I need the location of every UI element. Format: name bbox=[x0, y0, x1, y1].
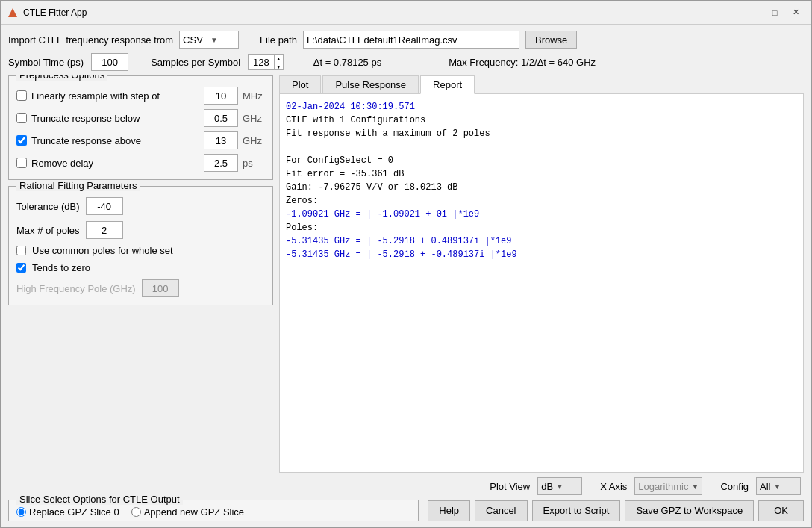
samples-spinner[interactable]: 128 ▲ ▼ bbox=[248, 54, 284, 70]
main-area: Preprocess Options Linearly resample wit… bbox=[8, 75, 804, 473]
report-line: Zeros: bbox=[286, 194, 797, 208]
config-dropdown[interactable]: All ▼ bbox=[756, 477, 801, 495]
close-button[interactable]: ✕ bbox=[786, 5, 805, 20]
rf-hf-pole-row: High Frequency Pole (GHz) 100 bbox=[16, 279, 265, 297]
rf-tolerance-input[interactable]: -40 bbox=[86, 197, 123, 215]
plot-view-value: dB bbox=[541, 481, 553, 492]
x-axis-arrow: ▼ bbox=[692, 482, 699, 491]
append-radio[interactable] bbox=[131, 507, 141, 517]
delta-t-label: Δt = 0.78125 ps bbox=[313, 57, 381, 68]
max-freq-label: Max Frequency: 1/2/Δt = 640 GHz bbox=[449, 57, 596, 68]
rf-hf-pole-label: High Frequency Pole (GHz) bbox=[16, 283, 136, 294]
replace-radio[interactable] bbox=[16, 507, 26, 517]
action-buttons: Help Cancel Export to Script Save GPZ to… bbox=[425, 500, 804, 521]
plot-view-row: Plot View dB ▼ X Axis Logarithmic ▼ Conf… bbox=[8, 477, 804, 495]
tab-report[interactable]: Report bbox=[420, 75, 475, 94]
csv-dropdown[interactable]: CSV ▼ bbox=[179, 31, 239, 49]
report-line: -5.31435 GHz = | -5.2918 + -0.489137i |*… bbox=[286, 248, 797, 261]
samples-arrows[interactable]: ▲ ▼ bbox=[274, 55, 283, 69]
ok-button[interactable]: OK bbox=[758, 500, 804, 521]
samples-down-arrow[interactable]: ▼ bbox=[275, 63, 283, 71]
pp-value-2[interactable]: 13 bbox=[204, 131, 238, 149]
pp-check-1[interactable] bbox=[16, 113, 27, 123]
window-title: CTLE Fitter App bbox=[23, 7, 744, 18]
pp-label-1: Truncate response below bbox=[31, 113, 199, 124]
report-line: -5.31435 GHz = | -5.2918 + 0.489137i |*1… bbox=[286, 235, 797, 248]
file-path-input[interactable]: L:\data\CTLEdefault1RealImag.csv bbox=[303, 31, 519, 49]
pp-label-2: Truncate response above bbox=[31, 135, 199, 146]
pp-row-3: Remove delay 2.5 ps bbox=[16, 154, 265, 172]
csv-dropdown-arrow: ▼ bbox=[210, 36, 235, 44]
samples-value: 128 bbox=[249, 57, 274, 68]
report-line: Fit error = -35.361 dB bbox=[286, 167, 797, 181]
pp-check-2[interactable] bbox=[16, 135, 27, 146]
rf-tends-zero-row: Tends to zero bbox=[16, 262, 265, 273]
pp-label-3: Remove delay bbox=[31, 158, 199, 169]
rf-tolerance-label: Tolerance (dB) bbox=[16, 201, 80, 212]
rational-content: Tolerance (dB) -40 Max # of poles 2 Use … bbox=[16, 197, 265, 297]
config-label: Config bbox=[720, 481, 749, 492]
report-line: Poles: bbox=[286, 221, 797, 235]
pp-row-0: Linearly resample with step of 10 MHz bbox=[16, 87, 265, 105]
pp-value-1[interactable]: 0.5 bbox=[204, 109, 238, 127]
top-row: Import CTLE frequency response from CSV … bbox=[8, 31, 804, 49]
replace-radio-row: Replace GPZ Slice 0 bbox=[16, 506, 119, 518]
plot-view-arrow: ▼ bbox=[556, 482, 563, 491]
rf-common-poles-label: Use common poles for whole set bbox=[32, 245, 173, 256]
report-line: Gain: -7.96275 V/V or 18.0213 dB bbox=[286, 181, 797, 194]
pp-value-3[interactable]: 2.5 bbox=[204, 154, 238, 172]
plot-view-dropdown[interactable]: dB ▼ bbox=[537, 477, 582, 495]
report-line bbox=[286, 140, 797, 154]
save-button[interactable]: Save GPZ to Workspace bbox=[625, 500, 754, 521]
config-value: All bbox=[760, 481, 770, 492]
pp-value-0[interactable]: 10 bbox=[204, 87, 238, 105]
samples-label: Samples per Symbol bbox=[151, 57, 240, 68]
help-button[interactable]: Help bbox=[428, 500, 470, 521]
slice-group: Slice Select Options for CTLE Output Rep… bbox=[8, 500, 419, 521]
tab-pulse-response[interactable]: Pulse Response bbox=[322, 75, 419, 93]
plot-view-label: Plot View bbox=[490, 481, 530, 492]
csv-value: CSV bbox=[183, 34, 207, 46]
export-button[interactable]: Export to Script bbox=[532, 500, 621, 521]
pp-row-2: Truncate response above 13 GHz bbox=[16, 131, 265, 149]
minimize-button[interactable]: − bbox=[744, 5, 763, 20]
x-axis-dropdown[interactable]: Logarithmic ▼ bbox=[634, 477, 702, 495]
svg-marker-0 bbox=[8, 8, 17, 17]
tabs: Plot Pulse Response Report bbox=[279, 75, 804, 94]
pp-row-1: Truncate response below 0.5 GHz bbox=[16, 109, 265, 127]
cancel-button[interactable]: Cancel bbox=[475, 500, 527, 521]
append-label: Append new GPZ Slice bbox=[144, 506, 244, 518]
titlebar: CTLE Fitter App − □ ✕ bbox=[1, 1, 811, 25]
preprocess-content: Linearly resample with step of 10 MHz Tr… bbox=[16, 87, 265, 172]
symbol-time-label: Symbol Time (ps) bbox=[8, 57, 84, 68]
pp-check-0[interactable] bbox=[16, 90, 27, 101]
left-panel: Preprocess Options Linearly resample wit… bbox=[8, 75, 273, 473]
pp-check-3[interactable] bbox=[16, 158, 27, 168]
slice-and-buttons: Slice Select Options for CTLE Output Rep… bbox=[8, 500, 804, 521]
window-controls: − □ ✕ bbox=[744, 5, 805, 20]
pp-label-0: Linearly resample with step of bbox=[31, 90, 199, 102]
rf-max-poles-row: Max # of poles 2 bbox=[16, 221, 265, 239]
import-label: Import CTLE frequency response from bbox=[8, 34, 173, 46]
browse-button[interactable]: Browse bbox=[525, 31, 577, 49]
preprocess-group: Preprocess Options Linearly resample wit… bbox=[8, 75, 273, 180]
bottom-area: Plot View dB ▼ X Axis Logarithmic ▼ Conf… bbox=[8, 477, 804, 521]
rf-tends-zero-check[interactable] bbox=[16, 263, 26, 273]
rf-tends-zero-label: Tends to zero bbox=[32, 262, 90, 273]
pp-unit-0: MHz bbox=[243, 90, 265, 102]
slice-title: Slice Select Options for CTLE Output bbox=[16, 494, 183, 505]
symbol-time-input[interactable]: 100 bbox=[91, 53, 128, 71]
app-icon bbox=[7, 7, 19, 19]
tab-plot[interactable]: Plot bbox=[279, 75, 321, 93]
samples-up-arrow[interactable]: ▲ bbox=[275, 55, 283, 63]
rf-common-poles-check[interactable] bbox=[16, 246, 26, 255]
append-radio-row: Append new GPZ Slice bbox=[131, 506, 244, 518]
report-line: For ConfigSelect = 0 bbox=[286, 154, 797, 167]
right-panel: Plot Pulse Response Report 02-Jan-2024 1… bbox=[279, 75, 804, 473]
x-axis-value: Logarithmic bbox=[638, 481, 688, 492]
rf-max-poles-input[interactable]: 2 bbox=[86, 221, 123, 239]
maximize-button[interactable]: □ bbox=[765, 5, 784, 20]
second-row: Symbol Time (ps) 100 Samples per Symbol … bbox=[8, 53, 804, 71]
report-line: -1.09021 GHz = | -1.09021 + 0i |*1e9 bbox=[286, 208, 797, 221]
main-window: CTLE Fitter App − □ ✕ Import CTLE freque… bbox=[0, 0, 812, 528]
